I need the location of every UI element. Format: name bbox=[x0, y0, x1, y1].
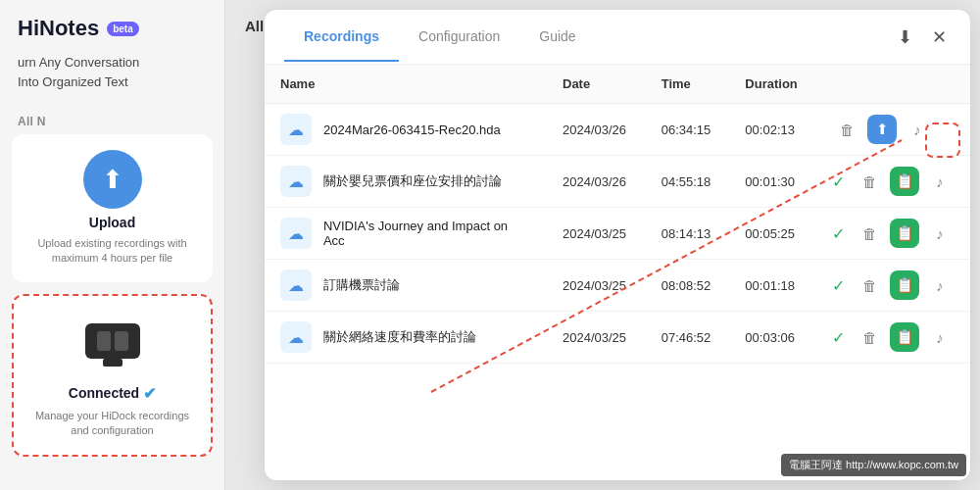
table-row: ☁ NVIDIA's Journey and Impact on Acc 202… bbox=[265, 208, 970, 260]
modal-tabs: Recordings Configuration Guide bbox=[284, 13, 894, 61]
file-cloud-icon: ☁ bbox=[280, 218, 312, 249]
file-cloud-icon: ☁ bbox=[280, 166, 312, 197]
cell-actions: 🗑⬆♪ bbox=[816, 104, 970, 156]
note-button[interactable]: 📋 bbox=[890, 219, 919, 248]
cell-duration: 00:02:13 bbox=[729, 104, 816, 156]
table-row: ☁ 訂購機票討論 2024/03/2508:08:5200:01:18✓🗑📋♪ bbox=[265, 260, 970, 312]
audio-button[interactable]: ♪ bbox=[925, 270, 955, 300]
file-name-text: 關於網絡速度和費率的討論 bbox=[323, 328, 476, 346]
svg-rect-1 bbox=[97, 331, 111, 351]
logo: HiNotes bbox=[18, 16, 99, 41]
recordings-table: Name Date Time Duration ☁ 2024Mar26-0634… bbox=[265, 65, 970, 364]
col-duration: Duration bbox=[729, 65, 816, 104]
tab-configuration[interactable]: Configuration bbox=[399, 13, 519, 62]
col-time: Time bbox=[646, 65, 730, 104]
download-button[interactable]: ⬇ bbox=[894, 23, 916, 52]
recordings-table-wrapper: Name Date Time Duration ☁ 2024Mar26-0634… bbox=[265, 65, 970, 480]
svg-rect-2 bbox=[115, 331, 128, 351]
file-cloud-icon: ☁ bbox=[280, 114, 312, 145]
upload-title: Upload bbox=[89, 215, 135, 230]
recordings-modal: Recordings Configuration Guide ⬇ ✕ Name … bbox=[265, 10, 970, 480]
upload-card[interactable]: ⬆ Upload Upload existing recordings with… bbox=[12, 134, 213, 282]
connected-title: Connected ✔ bbox=[69, 384, 156, 403]
svg-rect-0 bbox=[85, 323, 140, 359]
modal-header: Recordings Configuration Guide ⬇ ✕ bbox=[265, 10, 970, 65]
main-area: All N Recordings Configuration Guide ⬇ ✕… bbox=[225, 0, 980, 490]
file-cloud-icon: ☁ bbox=[280, 321, 312, 353]
check-icon: ✓ bbox=[832, 224, 845, 243]
cell-actions: ✓🗑📋♪ bbox=[816, 156, 970, 208]
upload-desc: Upload existing recordings with maximum … bbox=[25, 236, 199, 267]
cell-name: ☁ NVIDIA's Journey and Impact on Acc bbox=[265, 208, 547, 260]
cell-time: 08:14:13 bbox=[646, 208, 730, 260]
cell-duration: 00:01:18 bbox=[729, 260, 816, 312]
col-actions bbox=[816, 65, 970, 104]
watermark: 電腦王阿達 http://www.kopc.com.tw bbox=[781, 454, 966, 476]
cell-name: ☁ 關於網絡速度和費率的討論 bbox=[265, 312, 547, 364]
note-button[interactable]: 📋 bbox=[890, 270, 919, 300]
cell-name: ☁ 2024Mar26-063415-Rec20.hda bbox=[265, 104, 547, 156]
upload-button[interactable]: ⬆ bbox=[867, 115, 897, 144]
delete-button[interactable]: 🗑 bbox=[832, 115, 861, 144]
audio-button[interactable]: ♪ bbox=[925, 167, 955, 196]
col-date: Date bbox=[547, 65, 646, 104]
table-row: ☁ 關於網絡速度和費率的討論 2024/03/2507:46:5200:03:0… bbox=[265, 312, 970, 364]
file-name-text: 2024Mar26-063415-Rec20.hda bbox=[323, 122, 501, 137]
cell-duration: 00:03:06 bbox=[729, 312, 816, 364]
cell-duration: 00:05:25 bbox=[729, 208, 816, 260]
svg-rect-3 bbox=[103, 359, 122, 367]
sidebar-header: HiNotes beta bbox=[0, 0, 224, 53]
cell-name: ☁ 訂購機票討論 bbox=[265, 260, 547, 312]
table-row: ☁ 關於嬰兒票價和座位安排的討論 2024/03/2604:55:1800:01… bbox=[265, 156, 970, 208]
cell-date: 2024/03/25 bbox=[547, 260, 646, 312]
sidebar-tagline: urn Any Conversation Into Organized Text bbox=[0, 53, 224, 107]
delete-button[interactable]: 🗑 bbox=[855, 270, 884, 300]
note-button[interactable]: 📋 bbox=[890, 167, 919, 196]
sidebar: HiNotes beta urn Any Conversation Into O… bbox=[0, 0, 225, 490]
connected-check-icon: ✔ bbox=[143, 384, 156, 403]
check-icon: ✓ bbox=[832, 172, 845, 191]
cell-duration: 00:01:30 bbox=[729, 156, 816, 208]
cell-time: 07:46:52 bbox=[646, 312, 730, 364]
cell-date: 2024/03/26 bbox=[547, 104, 646, 156]
check-icon: ✓ bbox=[832, 328, 845, 347]
section-label: All N bbox=[0, 107, 224, 134]
cell-actions: ✓🗑📋♪ bbox=[816, 208, 970, 260]
cell-date: 2024/03/26 bbox=[547, 156, 646, 208]
check-icon: ✓ bbox=[832, 276, 845, 295]
delete-button[interactable]: 🗑 bbox=[855, 322, 884, 352]
file-name-text: NVIDIA's Journey and Impact on Acc bbox=[323, 219, 531, 248]
hidock-device-icon bbox=[79, 312, 146, 378]
cell-time: 06:34:15 bbox=[646, 104, 730, 156]
col-name: Name bbox=[265, 65, 547, 104]
file-name-text: 關於嬰兒票價和座位安排的討論 bbox=[323, 172, 502, 190]
file-name-text: 訂購機票討論 bbox=[323, 276, 400, 294]
cell-time: 08:08:52 bbox=[646, 260, 730, 312]
upload-icon: ⬆ bbox=[83, 150, 142, 209]
table-header-row: Name Date Time Duration bbox=[265, 65, 970, 104]
delete-button[interactable]: 🗑 bbox=[855, 219, 884, 248]
close-button[interactable]: ✕ bbox=[928, 23, 951, 52]
audio-button[interactable]: ♪ bbox=[925, 322, 955, 352]
modal-header-actions: ⬇ ✕ bbox=[894, 23, 951, 52]
cell-date: 2024/03/25 bbox=[547, 208, 646, 260]
tab-guide[interactable]: Guide bbox=[519, 13, 595, 62]
audio-button[interactable]: ♪ bbox=[925, 219, 955, 248]
cell-date: 2024/03/25 bbox=[547, 312, 646, 364]
table-row: ☁ 2024Mar26-063415-Rec20.hda 2024/03/260… bbox=[265, 104, 970, 156]
connected-card[interactable]: Connected ✔ Manage your HiDock recording… bbox=[12, 294, 213, 457]
connected-desc: Manage your HiDock recordings and config… bbox=[27, 409, 197, 439]
cell-actions: ✓🗑📋♪ bbox=[816, 312, 970, 364]
cell-actions: ✓🗑📋♪ bbox=[816, 260, 970, 312]
tab-recordings[interactable]: Recordings bbox=[284, 13, 399, 62]
cell-name: ☁ 關於嬰兒票價和座位安排的討論 bbox=[265, 156, 547, 208]
delete-button[interactable]: 🗑 bbox=[855, 167, 884, 196]
note-button[interactable]: 📋 bbox=[890, 322, 919, 352]
cell-time: 04:55:18 bbox=[646, 156, 730, 208]
file-cloud-icon: ☁ bbox=[280, 270, 312, 301]
audio-button[interactable]: ♪ bbox=[903, 115, 932, 144]
beta-badge: beta bbox=[107, 22, 139, 36]
